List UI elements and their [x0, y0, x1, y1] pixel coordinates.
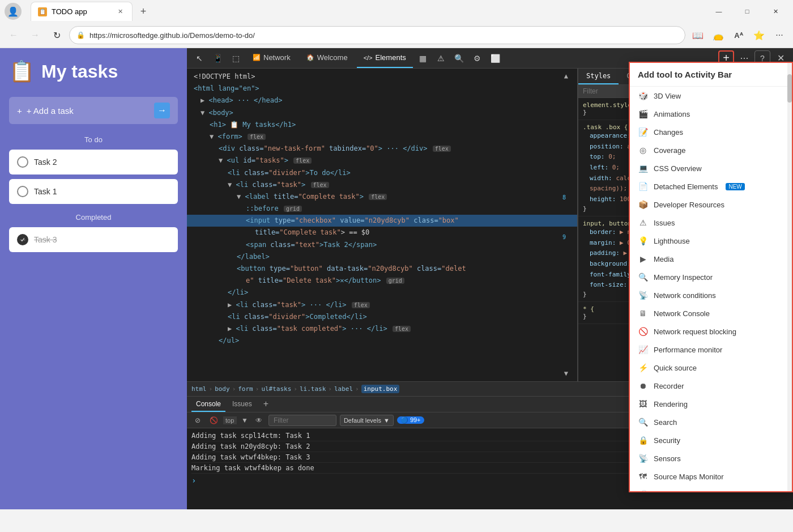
console-log-line: Adding task scpl14ctm: Task 1	[191, 431, 788, 441]
dom-line[interactable]: e" title="Delete task">✕</button> grid	[187, 275, 577, 287]
console-clear-button[interactable]: ⊘	[191, 414, 204, 427]
dom-line[interactable]: </li>	[187, 287, 577, 299]
breadcrumb-ul[interactable]: ul#tasks	[261, 385, 291, 393]
style-rule: element.style { }	[578, 98, 793, 120]
console-drawer-button[interactable]: ▦	[415, 50, 431, 66]
dom-line[interactable]: <div class="new-task-form" tabindex="0">…	[187, 143, 577, 155]
task-item[interactable]: Task 1	[9, 179, 178, 204]
console-levels-button[interactable]: Default levels ▼	[340, 415, 394, 426]
dom-line[interactable]: ::before grid	[187, 203, 577, 215]
dom-line[interactable]: ▶ <li class="task completed"> ··· </li> …	[187, 323, 577, 335]
console-eye-button[interactable]: 👁	[253, 414, 265, 427]
dom-line[interactable]: ▼ <label title="Complete task"> flex	[187, 191, 577, 203]
dom-line[interactable]: <span class="text">Task 2</span>	[187, 239, 577, 251]
style-props: border: ▶ non margin: ▶ 0; padding: ▶ 0;…	[583, 227, 788, 291]
task-checkbox[interactable]	[17, 156, 28, 168]
tab-network[interactable]: 📶 Network	[246, 48, 297, 68]
device-emulation-button[interactable]: 📱	[210, 50, 225, 66]
console-tab-issues[interactable]: Issues	[228, 397, 257, 412]
add-task-button[interactable]: + + Add a task →	[9, 97, 178, 124]
back-button[interactable]: ←	[5, 26, 23, 44]
breadcrumb-html[interactable]: html	[191, 385, 207, 393]
add-tool-button[interactable]: +	[718, 50, 734, 66]
console-tab-console[interactable]: Console	[191, 397, 225, 412]
rendering-button[interactable]: ⬜	[488, 50, 504, 66]
styles-tab-styles[interactable]: Styles	[578, 69, 619, 84]
new-tab-button[interactable]: +	[135, 3, 152, 20]
dom-line[interactable]: <li class="divider">To do</li>	[187, 167, 577, 179]
wallet-button[interactable]: 👝	[709, 26, 727, 44]
dom-line[interactable]: title="Complete task"> == $0	[187, 227, 577, 239]
completed-task-checkbox[interactable]: ✓	[17, 234, 28, 245]
todo-icon: 📋	[9, 59, 35, 83]
more-button[interactable]: ···	[770, 26, 788, 44]
dom-line[interactable]: </label>	[187, 251, 577, 263]
dom-line[interactable]: ▶ <head> ··· </head>	[187, 95, 577, 107]
help-button[interactable]: ?	[754, 50, 770, 66]
completed-task-label: Task 3	[34, 235, 57, 244]
close-button[interactable]: ✕	[762, 2, 788, 20]
dom-line[interactable]: ▼ <body>	[187, 107, 577, 119]
console-levels-chevron: ▼	[383, 417, 390, 424]
style-prop-line: background:	[590, 259, 788, 270]
style-prop-line: top: 0;	[590, 152, 788, 163]
dom-tag: <li class="divider">Completed</li>	[228, 313, 367, 321]
refresh-button[interactable]: ↻	[48, 26, 66, 44]
dom-line[interactable]: ▼ <li class="task"> flex	[187, 179, 577, 191]
console-add-tab[interactable]: +	[259, 397, 273, 412]
style-prop-line: border: ▶ non	[590, 227, 788, 238]
console-filter-input[interactable]	[268, 415, 336, 426]
dom-badge: flex	[369, 194, 387, 200]
dom-line[interactable]: <html lang="en">	[187, 83, 577, 95]
dom-line-selected[interactable]: <input type="checkbox" value="n20yd8cyb"…	[187, 215, 577, 227]
forward-button[interactable]: →	[26, 26, 44, 44]
style-prop-line: spacing));	[590, 184, 788, 194]
more-tools-button[interactable]: ···	[736, 50, 752, 66]
dom-line[interactable]: </ul>	[187, 335, 577, 347]
dom-line[interactable]: ▼ <form> flex	[187, 131, 577, 143]
issues-button[interactable]: ⚠	[433, 50, 449, 66]
dom-panel[interactable]: ▲ <!DOCTYPE html> <html lang="en"> ▶ <he…	[187, 69, 578, 381]
favorite-button[interactable]: ⭐	[750, 26, 768, 44]
breadcrumb-body[interactable]: body	[215, 385, 230, 393]
dom-line[interactable]: <li class="divider">Completed</li>	[187, 311, 577, 323]
tab-close-button[interactable]: ✕	[115, 7, 125, 17]
completed-task-item[interactable]: ✓ Task 3	[9, 227, 178, 252]
styles-filter-input[interactable]	[578, 85, 793, 98]
settings-button[interactable]: ⚙	[470, 50, 485, 66]
console-prompt[interactable]: ›	[191, 474, 788, 487]
inspect-element-button[interactable]: ↖	[191, 50, 207, 66]
dom-line[interactable]: <h1> 📋 My tasks</h1>	[187, 119, 577, 131]
maximize-button[interactable]: □	[734, 2, 760, 20]
dom-line[interactable]: ▶ <li class="task"> ··· </li> flex	[187, 299, 577, 311]
task-checkbox[interactable]	[17, 186, 28, 197]
user-avatar[interactable]: 👤	[5, 3, 22, 20]
task-label: Task 1	[34, 187, 57, 196]
styles-tab-computed[interactable]: Computed	[619, 69, 667, 84]
breadcrumb-form[interactable]: form	[238, 385, 253, 393]
tab-welcome[interactable]: 🏠 Welcome	[300, 48, 355, 68]
styles-panel: Styles Computed element.style { } .task …	[578, 69, 793, 381]
url-bar[interactable]: 🔒 https://microsoftedge.github.io/Demos/…	[69, 26, 685, 44]
dom-line[interactable]: ▼ <ul id="tasks"> flex	[187, 155, 577, 167]
breadcrumb-label[interactable]: label	[334, 385, 353, 393]
tab-elements[interactable]: </> Elements	[357, 48, 413, 68]
aa-button[interactable]: Aᴬ	[730, 26, 748, 44]
browser-tab[interactable]: 📋 TODO app ✕	[31, 2, 133, 21]
console-filter-icon-button[interactable]: 🚫	[207, 414, 220, 427]
scroll-up-indicator: ▲	[564, 71, 568, 82]
dom-tag: <body>	[208, 109, 233, 117]
screencast-button[interactable]: ⬚	[228, 50, 244, 66]
devtools-close-button[interactable]: ✕	[773, 50, 788, 66]
dom-line[interactable]: <button type="button" data-task="n20yd8c…	[187, 263, 577, 275]
task-item[interactable]: Task 2	[9, 150, 178, 175]
read-aloud-button[interactable]: 📖	[689, 26, 707, 44]
console-top-chevron[interactable]: ▼	[241, 416, 248, 424]
search-button[interactable]: 🔍	[451, 50, 467, 66]
breadcrumb-li[interactable]: li.task	[300, 385, 326, 393]
breadcrumb-input[interactable]: input.box	[361, 385, 400, 393]
minimize-button[interactable]: —	[706, 2, 732, 20]
console-top-select[interactable]: top	[223, 416, 237, 424]
dom-badge: flex	[393, 326, 411, 332]
dom-line[interactable]: <!DOCTYPE html>	[187, 71, 577, 83]
